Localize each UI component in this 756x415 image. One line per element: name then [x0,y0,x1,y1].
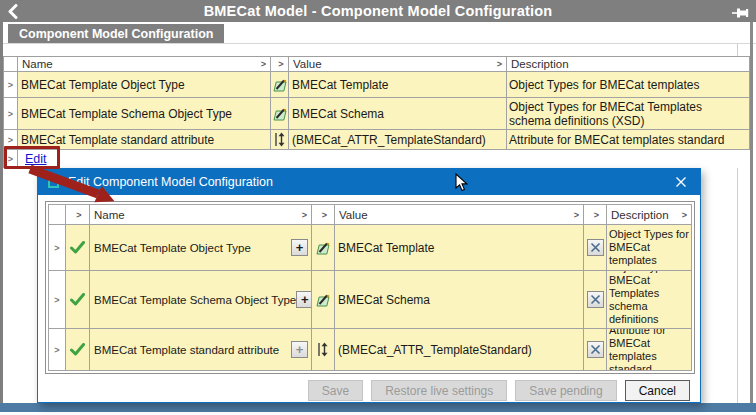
green-check-icon [66,329,90,371]
edit-pencil-icon [271,98,289,130]
row-description: Object Types for BMECat Templates schema… [507,98,750,130]
sort-indicator-icon: > [319,210,327,220]
add-button[interactable]: + [291,239,308,256]
window-left-border [0,22,3,403]
edit-row: Edit [18,150,750,168]
edit-pencil-icon [312,271,335,329]
edit-pencil-icon [271,72,289,98]
tab-strip: Component Model Configuration [3,22,753,43]
green-check-icon [66,271,90,329]
column-header-value[interactable]: Value > [289,57,507,72]
row-name[interactable]: BMECat Template Schema Object Type + [90,271,312,329]
row-description: Object Types for BMECat templates [507,72,750,98]
row-value: BMECat Schema [289,98,507,130]
close-icon[interactable] [670,172,692,192]
row-description: Object Types for BMECat Templates schema… [607,271,692,329]
save-pending-button: Save pending [515,380,616,401]
cancel-button[interactable]: Cancel [625,380,690,401]
row-name: BMECat Template standard attribute [18,130,271,150]
window-titlebar: BMECat Model - Component Model Configura… [0,0,756,22]
dialog-button-row: Save Restore live settings Save pending … [45,380,694,401]
bottom-status-bar [0,403,756,412]
row-name: BMECat Template Schema Object Type [18,98,271,130]
row-name[interactable]: BMECat Template standard attribute + [90,329,312,371]
clear-value-button[interactable] [584,329,607,371]
vertical-resize-icon [271,130,289,150]
column-header-status[interactable]: > [66,205,90,225]
vertical-resize-icon [312,329,335,371]
window-right-border [750,22,753,403]
row-expander[interactable]: > [49,225,66,271]
row-value: (BMECat_ATTR_TemplateStandard) [289,130,507,150]
sort-indicator-icon: > [73,210,81,220]
sort-indicator-icon: > [299,210,307,220]
add-button[interactable]: + [291,341,308,358]
dialog-table-frame: > Name > > Value > > [45,201,695,374]
row-expander[interactable]: > [4,150,18,168]
sort-indicator-icon: > [571,210,579,220]
edit-pencil-icon [312,225,335,271]
configuration-table: Name > > Value > Description > BMECat Te… [3,56,750,168]
window-title: BMECat Model - Component Model Configura… [0,3,756,19]
row-description: Attribute for BMECat templates standard [607,329,692,371]
row-value: BMECat Template [289,72,507,98]
dialog-configuration-table: > Name > > Value > > [48,204,692,371]
header-expander-spacer [49,205,66,225]
row-expander[interactable]: > [49,271,66,329]
column-header-value-icon[interactable]: > [312,205,335,225]
edit-link[interactable]: Edit [25,152,47,166]
column-header-description[interactable]: Description > [607,205,692,225]
sort-indicator-icon: > [679,210,687,220]
row-name: BMECat Template Object Type [18,72,271,98]
dialog-app-icon [48,177,59,188]
row-expander[interactable]: > [49,329,66,371]
row-value[interactable]: BMECat Schema [335,271,584,329]
edit-dialog: Edit Component Model Configuration > Nam… [37,168,701,403]
pin-icon[interactable] [732,5,749,23]
row-description: Object Types for BMECat templates [607,225,692,271]
dialog-title: Edit Component Model Configuration [68,175,273,189]
row-expander[interactable]: > [4,130,18,150]
row-expander[interactable]: > [4,72,18,98]
app-window: BMECat Model - Component Model Configura… [0,0,756,415]
clear-x-icon[interactable] [587,291,604,308]
save-button: Save [308,380,363,401]
header-expander-spacer [4,57,18,72]
sort-indicator-icon: > [258,59,266,69]
tabstrip-divider [0,43,756,44]
restore-live-settings-button: Restore live settings [371,380,507,401]
column-header-value-icon[interactable]: > [271,57,289,72]
row-description: Attribute for BMECat templates standard [507,130,750,150]
row-name[interactable]: BMECat Template Object Type + [90,225,312,271]
column-header-clear[interactable]: > [584,205,607,225]
dialog-body: > Name > > Value > > [38,195,700,401]
sort-indicator-icon: > [591,210,599,220]
row-value[interactable]: BMECat Template [335,225,584,271]
row-value[interactable]: (BMECat_ATTR_TemplateStandard) [335,329,584,371]
sort-indicator-icon: > [275,59,283,69]
column-header-description[interactable]: Description [507,57,750,72]
clear-x-icon[interactable] [587,239,604,256]
add-button[interactable]: + [296,291,312,308]
row-expander[interactable]: > [4,98,18,130]
clear-value-button[interactable] [584,225,607,271]
dialog-titlebar: Edit Component Model Configuration [38,169,700,195]
clear-x-icon[interactable] [587,341,604,358]
sort-indicator-icon: > [494,59,502,69]
green-check-icon [66,225,90,271]
column-header-name[interactable]: Name > [90,205,312,225]
column-header-name[interactable]: Name > [18,57,271,72]
tab-component-model-configuration[interactable]: Component Model Configuration [8,24,224,43]
clear-value-button[interactable] [584,271,607,329]
column-header-value[interactable]: Value > [335,205,584,225]
